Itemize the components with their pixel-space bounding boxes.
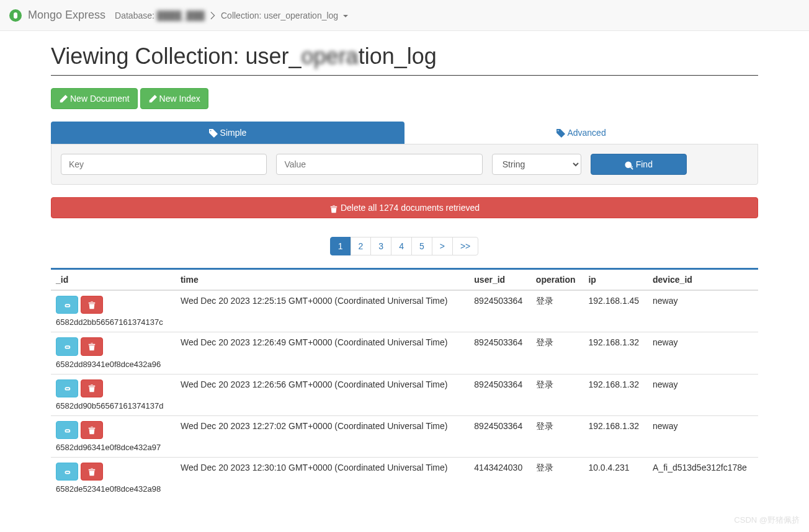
cell-operation: 登录: [531, 457, 584, 499]
cell-operation: 登录: [531, 332, 584, 374]
cell-ip: 192.168.1.32: [583, 374, 648, 415]
tab-advanced-label: Advanced: [567, 128, 606, 138]
link-icon: [63, 425, 71, 435]
cell-operation: 登录: [531, 374, 584, 415]
trash-icon: [87, 425, 96, 435]
link-button[interactable]: [56, 463, 78, 481]
delete-row-button[interactable]: [81, 296, 103, 314]
tab-advanced[interactable]: Advanced: [404, 122, 758, 144]
link-button[interactable]: [56, 296, 78, 314]
link-icon: [63, 383, 71, 394]
cell-ip: 192.168.1.32: [583, 415, 648, 457]
row-id: 6582dd89341e0f8dce432a96: [56, 360, 171, 369]
new-index-button[interactable]: New Index: [140, 88, 208, 109]
cell-operation: 登录: [531, 290, 584, 332]
link-button[interactable]: [56, 379, 78, 397]
delete-all-button[interactable]: Delete all 1274 documents retrieved: [51, 197, 758, 218]
link-button[interactable]: [56, 421, 78, 439]
collection-name: user_operation_log: [264, 11, 338, 20]
brand-text: Mongo Express: [28, 9, 105, 22]
delete-row-button[interactable]: [81, 337, 103, 355]
cell-device_id: neway: [648, 374, 758, 415]
new-document-button[interactable]: New Document: [51, 88, 138, 109]
find-button[interactable]: Find: [591, 154, 687, 175]
table-row[interactable]: 6582dd90b56567161374137dWed Dec 20 2023 …: [51, 374, 758, 415]
search-panel: String Find: [51, 144, 758, 185]
link-icon: [63, 466, 71, 477]
new-document-label: New Document: [70, 92, 130, 105]
cell-time: Wed Dec 20 2023 12:26:49 GMT+0000 (Coord…: [176, 332, 469, 374]
delete-row-button[interactable]: [81, 463, 103, 481]
database-label: Database:: [115, 11, 154, 20]
search-icon: [625, 158, 633, 171]
page-5[interactable]: 5: [411, 237, 432, 255]
delete-row-button[interactable]: [81, 379, 103, 397]
col-operation: operation: [531, 269, 584, 291]
tags-icon: [556, 128, 565, 138]
row-id: 6582dd96341e0f8dce432a97: [56, 443, 171, 452]
value-input[interactable]: [276, 154, 482, 175]
type-select[interactable]: String: [492, 154, 581, 175]
tag-icon: [209, 128, 218, 138]
cell-ip: 10.0.4.231: [583, 457, 648, 499]
col-ip: ip: [583, 269, 648, 291]
page-3[interactable]: 3: [370, 237, 391, 255]
cell-time: Wed Dec 20 2023 12:30:10 GMT+0000 (Coord…: [176, 457, 469, 499]
cell-user_id: 8924503364: [469, 415, 531, 457]
link-icon: [63, 341, 71, 352]
link-icon: [63, 299, 71, 310]
cell-user_id: 8924503364: [469, 332, 531, 374]
trash-icon: [87, 466, 96, 477]
trash-icon: [329, 202, 338, 214]
find-label: Find: [636, 158, 653, 171]
cell-operation: 登录: [531, 415, 584, 457]
table-row[interactable]: 6582dd89341e0f8dce432a96Wed Dec 20 2023 …: [51, 332, 758, 374]
collection-dropdown[interactable]: user_operation_log: [264, 11, 348, 20]
page->[interactable]: >: [432, 237, 453, 255]
cell-device_id: neway: [648, 290, 758, 332]
table-row[interactable]: 6582dd96341e0f8dce432a97Wed Dec 20 2023 …: [51, 415, 758, 457]
row-id: 6582dd90b56567161374137d: [56, 401, 171, 410]
chevron-right-icon: [208, 11, 217, 20]
cell-user_id: 4143424030: [469, 457, 531, 499]
database-name[interactable]: ████_███: [157, 11, 205, 20]
cell-time: Wed Dec 20 2023 12:26:56 GMT+0000 (Coord…: [176, 374, 469, 415]
col-device_id: device_id: [648, 269, 758, 291]
cell-device_id: neway: [648, 332, 758, 374]
page-title: Viewing Collection: user_operation_log: [51, 43, 758, 76]
page-1[interactable]: 1: [330, 237, 351, 255]
col-user_id: user_id: [469, 269, 531, 291]
page-4[interactable]: 4: [391, 237, 412, 255]
cell-user_id: 8924503364: [469, 290, 531, 332]
pagination: 12345>>>: [51, 237, 758, 255]
col-time: time: [176, 269, 469, 291]
link-button[interactable]: [56, 337, 78, 355]
caret-down-icon: [343, 15, 348, 17]
delete-row-button[interactable]: [81, 421, 103, 439]
cell-ip: 192.168.1.45: [583, 290, 648, 332]
cell-device_id: A_fi_d513d5e312fc178e: [648, 457, 758, 499]
new-index-label: New Index: [159, 92, 200, 105]
table-row[interactable]: 6582dd2bb56567161374137cWed Dec 20 2023 …: [51, 290, 758, 332]
table-row[interactable]: 6582de52341e0f8dce432a98Wed Dec 20 2023 …: [51, 457, 758, 499]
documents-table: _idtimeuser_idoperationipdevice_id 6582d…: [51, 268, 758, 499]
brand-link[interactable]: Mongo Express: [9, 9, 105, 22]
pencil-icon: [148, 92, 157, 105]
trash-icon: [87, 383, 96, 394]
cell-time: Wed Dec 20 2023 12:27:02 GMT+0000 (Coord…: [176, 415, 469, 457]
breadcrumb: Database: ████_███ Collection: user_oper…: [115, 11, 348, 20]
row-id: 6582dd2bb56567161374137c: [56, 317, 171, 327]
delete-all-label: Delete all 1274 documents retrieved: [341, 202, 480, 214]
cell-user_id: 8924503364: [469, 374, 531, 415]
key-input[interactable]: [61, 154, 267, 175]
tab-simple-label: Simple: [220, 128, 247, 138]
trash-icon: [87, 299, 96, 310]
cell-device_id: neway: [648, 415, 758, 457]
page-2[interactable]: 2: [351, 237, 372, 255]
collection-label: Collection:: [221, 11, 261, 20]
page->>[interactable]: >>: [452, 237, 478, 255]
col-_id: _id: [51, 269, 176, 291]
tab-simple[interactable]: Simple: [51, 122, 404, 144]
mongo-logo-icon: [9, 9, 22, 22]
cell-ip: 192.168.1.32: [583, 332, 648, 374]
